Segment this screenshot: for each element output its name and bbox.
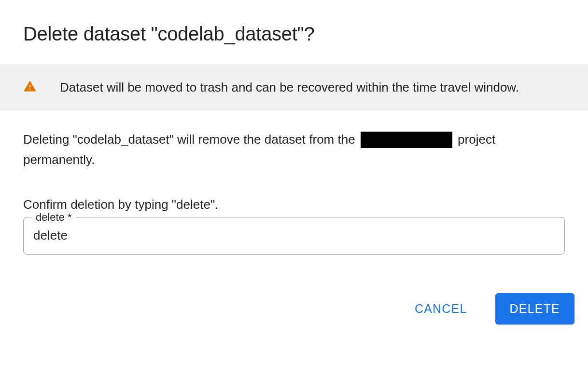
info-banner-text: Dataset will be moved to trash and can b…: [60, 79, 519, 96]
dialog-title: Delete dataset "codelab_dataset"?: [0, 0, 588, 64]
warning-icon: [23, 80, 37, 95]
delete-button[interactable]: DELETE: [495, 293, 574, 324]
description-prefix: Deleting "codelab_dataset" will remove t…: [23, 132, 359, 147]
description-text: Deleting "codelab_dataset" will remove t…: [23, 130, 565, 170]
delete-confirm-input[interactable]: [23, 217, 565, 255]
cancel-button[interactable]: CANCEL: [400, 293, 482, 324]
info-banner: Dataset will be moved to trash and can b…: [0, 64, 588, 110]
dialog-body: Deleting "codelab_dataset" will remove t…: [0, 110, 588, 254]
dialog-actions: CANCEL DELETE: [0, 255, 588, 338]
input-container: delete *: [23, 217, 565, 255]
confirm-prompt: Confirm deletion by typing "delete".: [23, 197, 565, 212]
input-label: delete *: [32, 211, 76, 224]
delete-dataset-dialog: Delete dataset "codelab_dataset"? Datase…: [0, 0, 588, 338]
redacted-project-name: [361, 132, 452, 148]
